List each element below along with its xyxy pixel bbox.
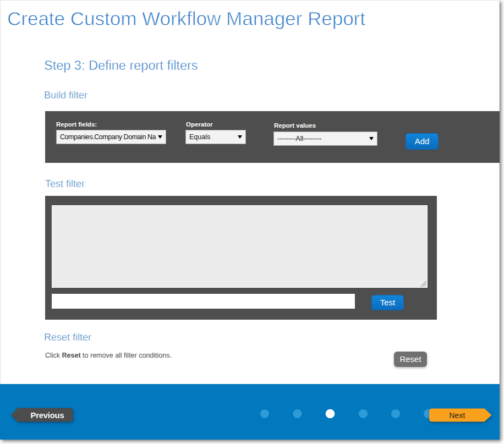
svg-text:Next: Next [450,411,465,420]
svg-text:Previous: Previous [31,410,64,420]
